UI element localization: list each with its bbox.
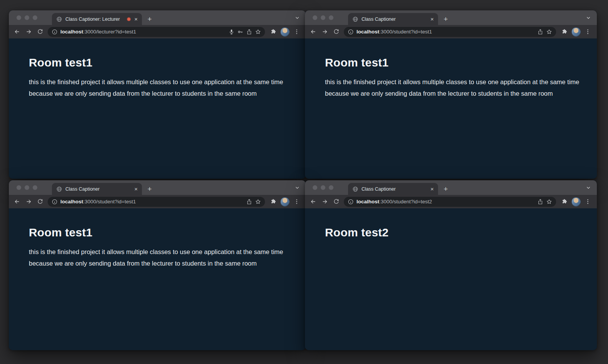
close-tab-icon[interactable]: ×	[134, 16, 138, 22]
menu-kebab-icon[interactable]	[291, 196, 302, 207]
url-text[interactable]: localhost:3000/student?id=test1	[356, 29, 535, 35]
forward-button[interactable]	[23, 27, 34, 37]
minimize-window-button[interactable]	[321, 15, 325, 20]
globe-favicon-icon	[352, 16, 358, 22]
profile-avatar[interactable]	[571, 27, 581, 37]
address-bar[interactable]: localhost:3000/student?id=test1	[48, 197, 265, 207]
zoom-window-button[interactable]	[33, 15, 37, 20]
tab-strip: Class Captioner: Lecturer × +	[9, 10, 306, 25]
room-heading: Room test1	[325, 56, 582, 69]
browser-tab[interactable]: Class Captioner ×	[52, 183, 142, 195]
browser-tab[interactable]: Class Captioner: Lecturer ×	[52, 13, 142, 25]
back-button[interactable]	[12, 27, 23, 37]
browser-window-student-test1-bottom: Class Captioner × + localhost:300	[9, 180, 306, 350]
reload-button[interactable]	[35, 27, 46, 37]
new-tab-button[interactable]: +	[144, 13, 155, 25]
address-bar[interactable]: localhost:3000/lecturer?id=test1	[48, 27, 265, 37]
close-window-button[interactable]	[313, 15, 317, 20]
menu-kebab-icon[interactable]	[582, 196, 593, 207]
address-bar[interactable]: localhost:3000/student?id=test1	[344, 27, 556, 37]
address-bar[interactable]: localhost:3000/student?id=test2	[344, 197, 556, 207]
tab-strip: Class Captioner × +	[305, 180, 597, 195]
browser-tab[interactable]: Class Captioner ×	[348, 13, 438, 25]
tab-search-chevron-icon[interactable]	[294, 184, 301, 191]
browser-toolbar: localhost:3000/lecturer?id=test1	[9, 25, 306, 38]
room-heading: Room test1	[29, 56, 291, 69]
key-icon[interactable]	[237, 29, 243, 35]
new-tab-button[interactable]: +	[440, 183, 451, 195]
close-tab-icon[interactable]: ×	[430, 16, 434, 22]
minimize-window-button[interactable]	[25, 15, 29, 20]
share-icon[interactable]	[537, 29, 543, 35]
url-text[interactable]: localhost:3000/student?id=test2	[356, 199, 535, 204]
bookmark-star-icon[interactable]	[255, 29, 261, 35]
extensions-puzzle-icon[interactable]	[268, 27, 279, 37]
tab-title: Class Captioner	[361, 186, 427, 192]
tab-strip: Class Captioner × +	[9, 180, 306, 195]
close-window-button[interactable]	[17, 15, 21, 20]
recording-indicator-icon	[127, 17, 131, 21]
site-info-icon[interactable]	[52, 29, 58, 35]
close-window-button[interactable]	[313, 185, 317, 190]
menu-kebab-icon[interactable]	[582, 27, 593, 37]
tab-search-chevron-icon[interactable]	[585, 184, 592, 191]
mic-icon[interactable]	[228, 29, 235, 35]
traffic-lights	[313, 15, 333, 20]
back-button[interactable]	[308, 196, 319, 207]
new-tab-button[interactable]: +	[144, 183, 155, 195]
zoom-window-button[interactable]	[33, 185, 37, 190]
share-icon[interactable]	[246, 199, 252, 205]
bookmark-star-icon[interactable]	[546, 29, 552, 35]
extensions-puzzle-icon[interactable]	[559, 27, 570, 37]
browser-window-student-test2: Class Captioner × + localhost:300	[305, 180, 597, 350]
url-text[interactable]: localhost:3000/lecturer?id=test1	[60, 29, 226, 35]
room-description: this is the finished project it allows m…	[325, 76, 582, 99]
site-info-icon[interactable]	[348, 199, 354, 205]
page-content: Room test2	[305, 208, 597, 350]
minimize-window-button[interactable]	[25, 185, 29, 190]
new-tab-button[interactable]: +	[440, 13, 451, 25]
browser-tab[interactable]: Class Captioner ×	[348, 183, 438, 195]
reload-button[interactable]	[35, 196, 46, 207]
desktop: Class Captioner: Lecturer × +	[0, 0, 608, 364]
zoom-window-button[interactable]	[329, 185, 333, 190]
back-button[interactable]	[308, 27, 319, 37]
menu-kebab-icon[interactable]	[291, 27, 302, 37]
zoom-window-button[interactable]	[329, 15, 333, 20]
back-button[interactable]	[12, 196, 23, 207]
profile-avatar[interactable]	[280, 197, 290, 206]
tab-search-chevron-icon[interactable]	[585, 14, 592, 21]
bookmark-star-icon[interactable]	[255, 199, 261, 205]
close-tab-icon[interactable]: ×	[134, 186, 138, 192]
site-info-icon[interactable]	[52, 199, 58, 205]
url-path: :3000/student?id=test2	[379, 199, 432, 204]
extensions-puzzle-icon[interactable]	[559, 196, 570, 207]
traffic-lights	[17, 185, 37, 190]
tab-title: Class Captioner: Lecturer	[65, 17, 124, 22]
url-host: localhost	[356, 199, 379, 204]
url-host: localhost	[60, 199, 83, 204]
reload-button[interactable]	[331, 27, 342, 37]
url-text[interactable]: localhost:3000/student?id=test1	[60, 199, 243, 204]
reload-button[interactable]	[331, 196, 342, 207]
profile-avatar[interactable]	[571, 197, 581, 206]
url-path: :3000/student?id=test1	[379, 29, 432, 35]
profile-avatar[interactable]	[280, 27, 290, 37]
site-info-icon[interactable]	[348, 29, 354, 35]
browser-toolbar: localhost:3000/student?id=test2	[305, 195, 597, 208]
page-content: Room test1 this is the finished project …	[305, 38, 597, 179]
tab-title: Class Captioner	[65, 186, 131, 192]
page-content: Room test1 this is the finished project …	[9, 38, 306, 179]
extensions-puzzle-icon[interactable]	[268, 196, 279, 207]
share-icon[interactable]	[246, 29, 252, 35]
bookmark-star-icon[interactable]	[546, 199, 552, 205]
minimize-window-button[interactable]	[321, 185, 325, 190]
forward-button[interactable]	[319, 27, 330, 37]
share-icon[interactable]	[537, 199, 543, 205]
tab-search-chevron-icon[interactable]	[294, 14, 301, 21]
close-window-button[interactable]	[17, 185, 21, 190]
traffic-lights	[17, 15, 37, 20]
close-tab-icon[interactable]: ×	[430, 186, 434, 192]
forward-button[interactable]	[23, 196, 34, 207]
forward-button[interactable]	[319, 196, 330, 207]
